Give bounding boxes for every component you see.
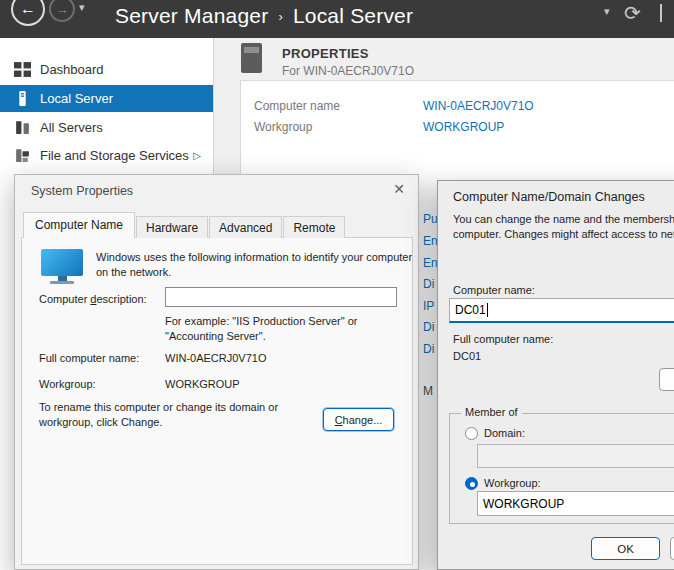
dialog-title: System Properties	[31, 184, 133, 198]
toolbar-separator	[660, 4, 662, 22]
domain-radio-label: Domain:	[484, 427, 525, 439]
clipped-property-text: M	[423, 384, 433, 398]
clipped-property-value[interactable]: Di	[423, 342, 434, 356]
computer-description-input[interactable]	[165, 287, 397, 307]
monitor-icon	[39, 249, 85, 289]
clipped-property-value[interactable]: IP	[423, 299, 434, 313]
clipped-property-value[interactable]: Di	[423, 277, 434, 291]
computer-description-label: Computer description:	[39, 293, 147, 305]
full-computer-name-label: Full computer name:	[453, 333, 553, 345]
tab-remote[interactable]: Remote	[283, 216, 345, 238]
file-storage-icon	[14, 147, 31, 164]
domain-input[interactable]	[477, 444, 674, 468]
more-button-clipped[interactable]	[659, 368, 674, 391]
example-text-line1: For example: "IIS Production Server" or	[165, 315, 357, 327]
full-computer-name-value: DC01	[453, 350, 481, 362]
sidebar-item-all-servers[interactable]: All Servers	[0, 114, 213, 141]
workgroup-input[interactable]: WORKGROUP	[477, 491, 674, 516]
computer-name-input-value: DC01	[455, 303, 486, 317]
system-properties-dialog: System Properties ✕ Computer Name Hardwa…	[14, 174, 419, 570]
breadcrumb: Server Manager›Local Server	[115, 4, 413, 28]
sidebar-item-label: All Servers	[40, 120, 103, 135]
properties-subheading: For WIN-0AECRJ0V71O	[282, 64, 414, 78]
back-arrow-icon: ←	[20, 0, 36, 18]
tab-hardware[interactable]: Hardware	[136, 216, 208, 238]
rename-hint-line1: To rename this computer or change its do…	[39, 401, 278, 413]
all-servers-icon	[14, 119, 31, 136]
title-bar: ← → ▾ Server Manager›Local Server ▾ ⟳	[0, 0, 674, 38]
computer-name-input[interactable]: DC01	[449, 298, 674, 323]
workgroup-radio[interactable]	[465, 477, 478, 490]
manage-dropdown-icon[interactable]: ▾	[604, 5, 610, 18]
sidebar-item-label: Local Server	[40, 91, 113, 106]
forward-button[interactable]: →	[49, 0, 75, 22]
local-server-icon	[14, 90, 31, 107]
intro-text-line1: You can change the name and the membersh…	[453, 213, 674, 225]
expand-right-icon[interactable]: ▷	[193, 150, 201, 161]
ok-button[interactable]: OK	[591, 537, 660, 560]
rename-hint-line2: workgroup, click Change.	[39, 416, 163, 428]
domain-radio[interactable]	[465, 427, 478, 440]
sidebar-item-local-server[interactable]: Local Server	[0, 85, 213, 112]
sidebar-item-label: File and Storage Services	[40, 148, 189, 163]
server-manager-window: ← → ▾ Server Manager›Local Server ▾ ⟳ Da…	[0, 0, 674, 570]
change-button[interactable]: Change...	[323, 408, 394, 431]
clipped-property-value[interactable]: En	[423, 256, 438, 270]
refresh-icon[interactable]: ⟳	[624, 1, 641, 25]
forward-arrow-icon: →	[56, 2, 69, 17]
text-caret	[487, 303, 488, 317]
workgroup-value: WORKGROUP	[165, 378, 240, 390]
tab-advanced[interactable]: Advanced	[209, 216, 282, 238]
domain-changes-dialog: Computer Name/Domain Changes You can cha…	[437, 180, 674, 570]
intro-text-line1: Windows uses the following information t…	[96, 251, 412, 263]
tab-computer-name[interactable]: Computer Name	[23, 212, 135, 238]
full-computer-name-label: Full computer name:	[39, 352, 139, 364]
workgroup-label: Workgroup:	[39, 378, 96, 390]
back-button[interactable]: ←	[11, 0, 45, 26]
sidebar-item-file-storage-services[interactable]: File and Storage Services ▷	[0, 142, 213, 169]
computer-name-link[interactable]: WIN-0AECRJ0V71O	[423, 99, 534, 113]
intro-text-line2: computer. Changes might affect access to…	[453, 228, 674, 240]
properties-server-icon	[241, 43, 262, 73]
close-icon[interactable]: ✕	[393, 182, 405, 196]
member-of-legend: Member of	[461, 406, 522, 418]
sidebar-item-dashboard[interactable]: Dashboard	[0, 56, 213, 83]
full-computer-name-value: WIN-0AECRJ0V71O	[165, 352, 266, 364]
clipped-property-value[interactable]: Di	[423, 320, 434, 334]
workgroup-radio-label: Workgroup:	[484, 477, 541, 489]
example-text-line2: "Accounting Server".	[165, 330, 266, 342]
property-label: Computer name	[254, 99, 340, 113]
clipped-property-value[interactable]: En	[423, 234, 438, 248]
workgroup-link[interactable]: WORKGROUP	[423, 120, 504, 134]
breadcrumb-root[interactable]: Server Manager	[115, 4, 268, 27]
dashboard-icon	[14, 61, 31, 78]
dialog-title: Computer Name/Domain Changes	[453, 190, 645, 204]
breadcrumb-separator-icon: ›	[278, 9, 283, 24]
properties-heading: PROPERTIES	[282, 46, 369, 61]
cancel-button-clipped[interactable]	[670, 537, 674, 560]
sidebar-item-label: Dashboard	[40, 62, 104, 77]
intro-text-line2: on the network.	[96, 266, 171, 278]
computer-name-label: Computer name:	[453, 284, 535, 296]
property-label: Workgroup	[254, 120, 312, 134]
nav-dropdown-icon[interactable]: ▾	[79, 1, 85, 14]
clipped-property-value[interactable]: Pu	[423, 212, 438, 226]
tab-strip: Computer Name Hardware Advanced Remote	[23, 212, 346, 238]
breadcrumb-current[interactable]: Local Server	[293, 4, 413, 27]
